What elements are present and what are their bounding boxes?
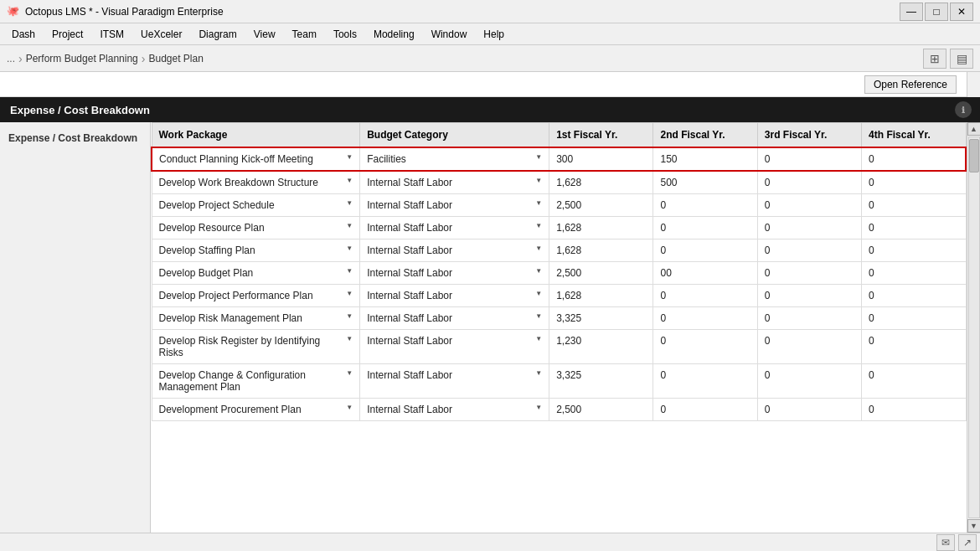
open-reference-button[interactable]: Open Reference — [864, 75, 957, 94]
cell-fy4[interactable]: 0 — [862, 147, 966, 171]
cell-fy4[interactable]: 0 — [862, 239, 966, 262]
work-package-dropdown[interactable]: ▼ — [346, 153, 353, 161]
cell-fy2[interactable]: 0 — [653, 217, 757, 239]
table-row[interactable]: Development Procurement Plan▼Internal St… — [152, 399, 966, 421]
work-package-dropdown[interactable]: ▼ — [346, 335, 353, 342]
cell-fy1[interactable]: 3,325 — [549, 364, 653, 399]
cell-fy4[interactable]: 0 — [862, 262, 966, 285]
cell-fy3[interactable]: 0 — [757, 171, 861, 194]
cell-fy1[interactable]: 1,628 — [549, 171, 653, 194]
cell-fy3[interactable]: 0 — [757, 194, 861, 217]
export-icon[interactable]: ↗ — [958, 534, 977, 551]
cell-fy1[interactable]: 2,500 — [549, 262, 653, 285]
budget-category-dropdown[interactable]: ▼ — [535, 177, 542, 184]
menu-item-tools[interactable]: Tools — [325, 26, 365, 43]
menu-item-dash[interactable]: Dash — [3, 26, 44, 43]
cell-fy2[interactable]: 0 — [653, 330, 757, 364]
section-header-icon[interactable]: ℹ — [955, 101, 972, 118]
scroll-down-button[interactable]: ▼ — [967, 519, 981, 533]
menu-item-itsm[interactable]: ITSM — [91, 26, 132, 43]
cell-fy3[interactable]: 0 — [757, 364, 861, 399]
scroll-thumb[interactable] — [969, 139, 979, 173]
cell-fy1[interactable]: 2,500 — [549, 194, 653, 217]
cell-fy1[interactable]: 300 — [549, 147, 653, 171]
breadcrumb-perform-budget[interactable]: Perform Budget Planning — [26, 53, 138, 64]
cell-fy4[interactable]: 0 — [862, 171, 966, 194]
cell-fy1[interactable]: 1,628 — [549, 239, 653, 262]
menu-item-view[interactable]: View — [245, 26, 284, 43]
cell-fy3[interactable]: 0 — [757, 399, 861, 421]
breadcrumb-layout-icon[interactable]: ▤ — [950, 49, 973, 69]
cell-fy3[interactable]: 0 — [757, 307, 861, 330]
menu-item-uexceler[interactable]: UeXceler — [132, 26, 190, 43]
work-package-dropdown[interactable]: ▼ — [346, 267, 353, 275]
cell-fy3[interactable]: 0 — [757, 285, 861, 307]
menu-item-team[interactable]: Team — [284, 26, 325, 43]
work-package-dropdown[interactable]: ▼ — [346, 404, 353, 411]
table-row[interactable]: Develop Work Breakdown Structure▼Interna… — [152, 171, 966, 194]
cell-fy1[interactable]: 1,628 — [549, 285, 653, 307]
budget-category-dropdown[interactable]: ▼ — [535, 404, 542, 411]
cell-fy3[interactable]: 0 — [757, 217, 861, 239]
cell-fy4[interactable]: 0 — [862, 285, 966, 307]
table-row[interactable]: Develop Project Performance Plan▼Interna… — [152, 285, 966, 307]
table-row[interactable]: Develop Risk Register by Identifying Ris… — [152, 330, 966, 364]
cell-fy1[interactable]: 1,230 — [549, 330, 653, 364]
cell-fy4[interactable]: 0 — [862, 364, 966, 399]
table-row[interactable]: Develop Budget Plan▼Internal Staff Labor… — [152, 262, 966, 285]
work-package-dropdown[interactable]: ▼ — [346, 177, 353, 184]
cell-fy4[interactable]: 0 — [862, 194, 966, 217]
cell-fy1[interactable]: 1,628 — [549, 217, 653, 239]
cell-fy4[interactable]: 0 — [862, 307, 966, 330]
cell-fy2[interactable]: 150 — [653, 147, 757, 171]
work-package-dropdown[interactable]: ▼ — [346, 369, 353, 377]
cell-fy2[interactable]: 0 — [653, 399, 757, 421]
email-icon[interactable]: ✉ — [936, 534, 955, 551]
budget-category-dropdown[interactable]: ▼ — [535, 290, 542, 297]
close-button[interactable]: ✕ — [950, 3, 973, 21]
menu-item-modeling[interactable]: Modeling — [365, 26, 423, 43]
menu-item-window[interactable]: Window — [423, 26, 476, 43]
cell-fy3[interactable]: 0 — [757, 239, 861, 262]
budget-category-dropdown[interactable]: ▼ — [535, 369, 542, 377]
cell-fy2[interactable]: 0 — [653, 364, 757, 399]
cell-fy2[interactable]: 0 — [653, 239, 757, 262]
work-package-dropdown[interactable]: ▼ — [346, 245, 353, 252]
cell-fy2[interactable]: 0 — [653, 285, 757, 307]
breadcrumb-grid-icon[interactable]: ⊞ — [923, 49, 946, 69]
maximize-button[interactable]: □ — [925, 3, 948, 21]
breadcrumb-dots[interactable]: ... — [7, 53, 15, 64]
budget-category-dropdown[interactable]: ▼ — [535, 153, 542, 161]
cell-fy1[interactable]: 2,500 — [549, 399, 653, 421]
table-row[interactable]: Conduct Planning Kick-off Meeting▼Facili… — [152, 147, 966, 171]
budget-category-dropdown[interactable]: ▼ — [535, 199, 542, 207]
cell-fy4[interactable]: 0 — [862, 217, 966, 239]
budget-category-dropdown[interactable]: ▼ — [535, 222, 542, 229]
cell-fy2[interactable]: 0 — [653, 194, 757, 217]
table-row[interactable]: Develop Resource Plan▼Internal Staff Lab… — [152, 217, 966, 239]
scroll-up-button[interactable]: ▲ — [967, 122, 981, 136]
work-package-dropdown[interactable]: ▼ — [346, 290, 353, 297]
table-row[interactable]: Develop Project Schedule▼Internal Staff … — [152, 194, 966, 217]
budget-category-dropdown[interactable]: ▼ — [535, 245, 542, 252]
cell-fy2[interactable]: 500 — [653, 171, 757, 194]
cell-fy4[interactable]: 0 — [862, 330, 966, 364]
menu-item-project[interactable]: Project — [44, 26, 91, 43]
cell-fy1[interactable]: 3,325 — [549, 307, 653, 330]
budget-category-dropdown[interactable]: ▼ — [535, 312, 542, 320]
cell-fy3[interactable]: 0 — [757, 330, 861, 364]
table-row[interactable]: Develop Change & Configuration Managemen… — [152, 364, 966, 399]
cell-fy2[interactable]: 00 — [653, 262, 757, 285]
cell-fy4[interactable]: 0 — [862, 399, 966, 421]
table-row[interactable]: Develop Risk Management Plan▼Internal St… — [152, 307, 966, 330]
table-row[interactable]: Develop Staffing Plan▼Internal Staff Lab… — [152, 239, 966, 262]
work-package-dropdown[interactable]: ▼ — [346, 222, 353, 229]
work-package-dropdown[interactable]: ▼ — [346, 312, 353, 320]
work-package-dropdown[interactable]: ▼ — [346, 199, 353, 207]
cell-fy2[interactable]: 0 — [653, 307, 757, 330]
budget-category-dropdown[interactable]: ▼ — [535, 267, 542, 275]
minimize-button[interactable]: — — [900, 3, 923, 21]
cell-fy3[interactable]: 0 — [757, 147, 861, 171]
menu-item-diagram[interactable]: Diagram — [190, 26, 245, 43]
cell-fy3[interactable]: 0 — [757, 262, 861, 285]
